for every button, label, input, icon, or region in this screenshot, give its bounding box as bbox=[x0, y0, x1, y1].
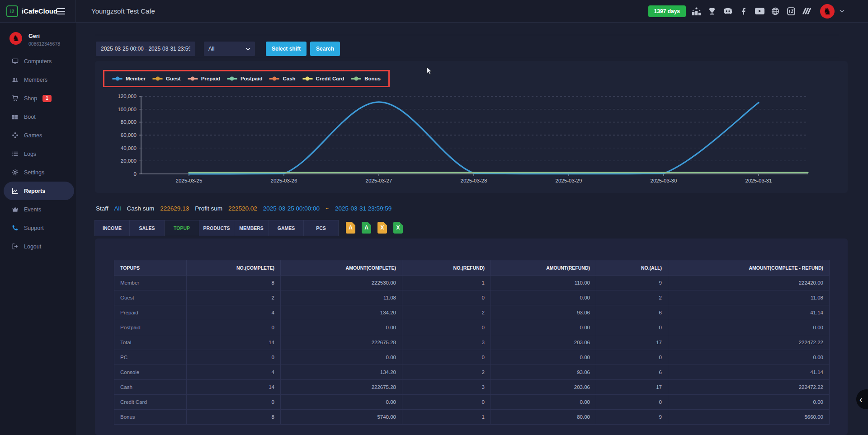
chevron-down-icon bbox=[245, 46, 250, 52]
layers-brand-icon[interactable] bbox=[802, 6, 812, 17]
chevron-down-icon[interactable] bbox=[840, 9, 844, 13]
main-content: All Select shift Search MemberGuestPrepa… bbox=[76, 23, 868, 435]
hamburger-menu-button[interactable] bbox=[57, 8, 65, 14]
period-separator: ~ bbox=[326, 205, 329, 212]
table-cell: Cash bbox=[114, 380, 187, 395]
table-cell: 0.00 bbox=[491, 290, 596, 305]
staff-filter-value[interactable]: All bbox=[114, 205, 121, 212]
svg-text:2025-03-26: 2025-03-26 bbox=[271, 178, 297, 183]
legend-item-postpaid[interactable]: Postpaid bbox=[227, 76, 263, 81]
table-panel: TOPUPSNO.(COMPLETE)AMOUNT(COMPLETE)NO.(R… bbox=[95, 239, 848, 435]
legend-marker bbox=[152, 78, 163, 80]
table-cell: 41.14 bbox=[668, 305, 830, 320]
brand-name: iCafeCloud bbox=[22, 7, 57, 15]
legend-item-member[interactable]: Member bbox=[112, 76, 146, 81]
svg-text:120,000: 120,000 bbox=[118, 94, 137, 99]
export-excel-green-icon[interactable]: X bbox=[393, 222, 403, 234]
tab-sales[interactable]: SALES bbox=[129, 220, 165, 236]
table-cell: 110.00 bbox=[491, 276, 596, 290]
table-cell: 134.20 bbox=[281, 305, 402, 320]
tab-income[interactable]: INCOME bbox=[94, 220, 130, 236]
sidebar-item-label: Reports bbox=[24, 188, 45, 194]
days-badge[interactable]: 1397 days bbox=[648, 5, 686, 17]
export-pdf-green-icon[interactable]: A bbox=[362, 222, 371, 234]
tab-pcs[interactable]: PCS bbox=[303, 220, 339, 236]
chart-icon bbox=[11, 187, 19, 195]
facebook-icon[interactable] bbox=[738, 6, 749, 17]
table-cell: 0.00 bbox=[491, 395, 596, 410]
tab-games[interactable]: GAMES bbox=[269, 220, 304, 236]
table-cell: 5660.00 bbox=[668, 410, 830, 425]
tab-products[interactable]: PRODUCTS bbox=[199, 220, 234, 236]
ranking-icon[interactable] bbox=[691, 6, 702, 17]
tab-members[interactable]: MEMBERS bbox=[234, 220, 269, 236]
legend-label: Postpaid bbox=[241, 76, 263, 81]
icafe-brand-icon[interactable] bbox=[786, 6, 797, 17]
sidebar-item-logs[interactable]: Logs bbox=[0, 145, 76, 163]
export-pdf-yellow-icon[interactable]: A bbox=[346, 222, 355, 234]
chart-legend: MemberGuestPrepaidPostpaidCashCredit Car… bbox=[103, 70, 390, 87]
sidebar-item-label: Shop bbox=[24, 95, 37, 102]
divider bbox=[95, 35, 839, 35]
table-cell: 80.00 bbox=[491, 410, 596, 425]
sidebar-item-reports[interactable]: Reports bbox=[4, 182, 74, 200]
table-cell: 5740.00 bbox=[281, 410, 402, 425]
sidebar-item-computers[interactable]: Computers bbox=[0, 52, 76, 70]
table-cell: 17 bbox=[596, 380, 668, 395]
svg-text:0: 0 bbox=[134, 171, 137, 177]
table-cell: 222420.00 bbox=[668, 276, 830, 290]
table-cell: 6 bbox=[596, 365, 668, 380]
sidebar-item-shop[interactable]: Shop1 bbox=[0, 89, 76, 108]
sidebar-item-games[interactable]: Games bbox=[0, 126, 76, 145]
table-cell: 0 bbox=[402, 395, 491, 410]
legend-item-credit-card[interactable]: Credit Card bbox=[302, 76, 344, 81]
gamepad-icon bbox=[11, 132, 19, 139]
topup-line-chart: 020,00040,00060,00080,000100,000120,0002… bbox=[108, 90, 836, 192]
tab-topup[interactable]: TOPUP bbox=[164, 220, 199, 236]
table-cell: Prepaid bbox=[114, 305, 187, 320]
table-row-credit-card: Credit Card00.0000.0000.00 bbox=[114, 395, 830, 410]
sidebar-item-logout[interactable]: Logout bbox=[0, 237, 76, 256]
table-cell: 203.06 bbox=[491, 335, 596, 350]
profit-sum-label: Profit sum bbox=[195, 205, 222, 212]
legend-item-guest[interactable]: Guest bbox=[152, 76, 181, 81]
table-cell: Postpaid bbox=[114, 320, 187, 335]
column-header-no-complete-: NO.(COMPLETE) bbox=[187, 260, 281, 276]
youtube-icon[interactable] bbox=[754, 6, 765, 17]
legend-item-cash[interactable]: Cash bbox=[269, 76, 295, 81]
search-button[interactable]: Search bbox=[310, 42, 340, 56]
sidebar-item-support[interactable]: Support bbox=[0, 219, 76, 237]
user-avatar[interactable]: ♞ bbox=[820, 4, 835, 19]
cart-icon bbox=[11, 95, 19, 102]
discord-icon[interactable] bbox=[722, 6, 733, 17]
sidebar-item-boot[interactable]: Boot bbox=[0, 108, 76, 126]
table-cell: 0 bbox=[402, 350, 491, 365]
legend-item-prepaid[interactable]: Prepaid bbox=[188, 76, 220, 81]
select-shift-button[interactable]: Select shift bbox=[266, 42, 307, 56]
table-row-postpaid: Postpaid00.0000.0000.00 bbox=[114, 320, 830, 335]
table-cell: 0 bbox=[596, 320, 668, 335]
logout-icon bbox=[11, 243, 19, 250]
trophy-icon[interactable] bbox=[707, 6, 717, 17]
export-excel-yellow-icon[interactable]: X bbox=[377, 222, 387, 234]
svg-text:20,000: 20,000 bbox=[121, 158, 137, 164]
date-range-input[interactable] bbox=[96, 42, 195, 56]
table-cell: 0.00 bbox=[281, 320, 402, 335]
globe-icon[interactable] bbox=[770, 6, 781, 17]
shift-select[interactable]: All bbox=[204, 42, 255, 56]
column-header-topups: TOPUPS bbox=[114, 260, 187, 276]
sidebar-item-members[interactable]: Members bbox=[0, 70, 76, 89]
svg-text:2025-03-25: 2025-03-25 bbox=[176, 178, 203, 183]
legend-label: Prepaid bbox=[201, 76, 220, 81]
column-header-amount-complete-: AMOUNT(COMPLETE) bbox=[281, 260, 402, 276]
staff-label: Staff bbox=[96, 205, 108, 212]
sidebar-item-events[interactable]: Events bbox=[0, 200, 76, 219]
column-header-no-all-: NO.(ALL) bbox=[596, 260, 668, 276]
table-cell: 11.08 bbox=[281, 290, 402, 305]
legend-item-bonus[interactable]: Bonus bbox=[351, 76, 381, 81]
table-cell: 0.00 bbox=[668, 320, 830, 335]
sidebar-item-settings[interactable]: Settings bbox=[0, 163, 76, 182]
gear-icon bbox=[11, 169, 19, 176]
table-cell: 222472.22 bbox=[668, 380, 830, 395]
table-row-console: Console4134.20293.06641.14 bbox=[114, 365, 830, 380]
